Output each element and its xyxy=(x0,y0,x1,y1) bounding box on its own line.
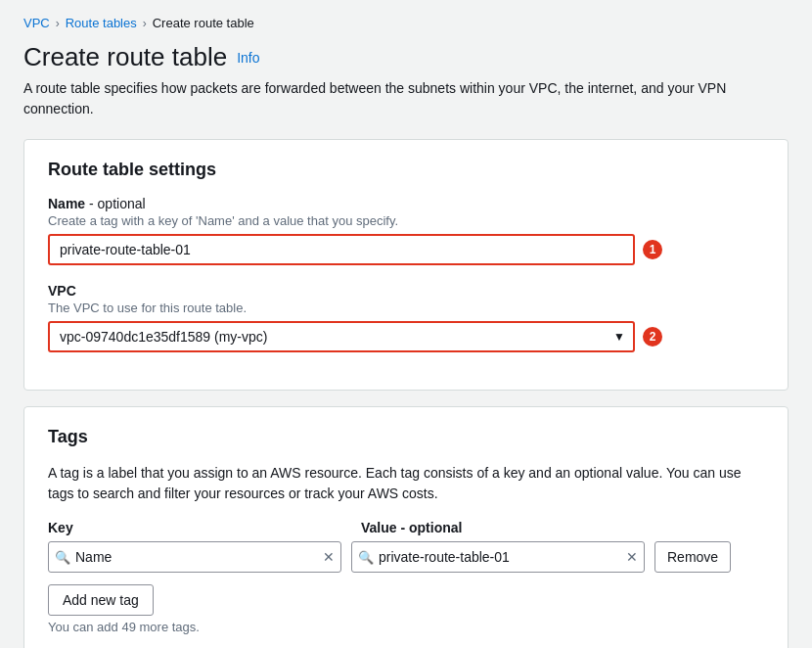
tags-description: A tag is a label that you assign to an A… xyxy=(48,463,764,504)
tag-key-input-wrapper: 🔍 ✕ xyxy=(48,541,341,573)
tag-row: 🔍 ✕ 🔍 ✕ Remove xyxy=(48,541,764,573)
name-badge: 1 xyxy=(643,240,662,259)
tags-col-value-header: Value - optional xyxy=(361,520,764,535)
vpc-badge: 2 xyxy=(643,327,662,347)
breadcrumb-current: Create route table xyxy=(153,16,254,30)
vpc-field-group: VPC The VPC to use for this route table.… xyxy=(48,283,764,352)
settings-card-title: Route table settings xyxy=(48,160,764,180)
tag-key-input[interactable] xyxy=(75,549,323,565)
search-icon: 🔍 xyxy=(55,550,70,565)
page-description: A route table specifies how packets are … xyxy=(23,78,767,119)
tags-col-key-header: Key xyxy=(48,520,361,535)
vpc-select[interactable]: vpc-09740dc1e35df1589 (my-vpc) xyxy=(48,321,635,352)
breadcrumb-separator-2: › xyxy=(143,17,147,30)
add-tag-hint: You can add 49 more tags. xyxy=(48,620,764,634)
tags-header-row: Key Value - optional xyxy=(48,520,764,535)
name-hint: Create a tag with a key of 'Name' and a … xyxy=(48,213,764,228)
tag-key-clear-button[interactable]: ✕ xyxy=(323,549,335,565)
breadcrumb-route-tables[interactable]: Route tables xyxy=(66,16,137,30)
vpc-label: VPC xyxy=(48,283,764,299)
tags-card: Tags A tag is a label that you assign to… xyxy=(23,406,789,648)
add-new-tag-button[interactable]: Add new tag xyxy=(48,584,154,616)
tags-card-title: Tags xyxy=(48,427,764,447)
breadcrumb-separator-1: › xyxy=(56,17,60,30)
name-field-group: Name - optional Create a tag with a key … xyxy=(48,196,764,265)
breadcrumb: VPC › Route tables › Create route table xyxy=(23,16,789,30)
route-table-settings-card: Route table settings Name - optional Cre… xyxy=(23,139,789,391)
remove-tag-button[interactable]: Remove xyxy=(654,541,731,573)
info-link[interactable]: Info xyxy=(237,50,259,66)
name-input[interactable] xyxy=(48,234,635,265)
page-title: Create route table xyxy=(23,42,227,72)
page-title-row: Create route table Info xyxy=(23,42,789,72)
search-icon-value: 🔍 xyxy=(358,550,374,565)
tag-value-clear-button[interactable]: ✕ xyxy=(626,549,638,565)
breadcrumb-vpc[interactable]: VPC xyxy=(23,16,50,30)
tag-value-input[interactable] xyxy=(379,549,626,565)
tag-value-input-wrapper: 🔍 ✕ xyxy=(351,541,645,573)
vpc-select-wrapper: vpc-09740dc1e35df1589 (my-vpc) ▼ xyxy=(48,321,635,352)
vpc-hint: The VPC to use for this route table. xyxy=(48,301,764,315)
name-label: Name - optional xyxy=(48,196,764,211)
